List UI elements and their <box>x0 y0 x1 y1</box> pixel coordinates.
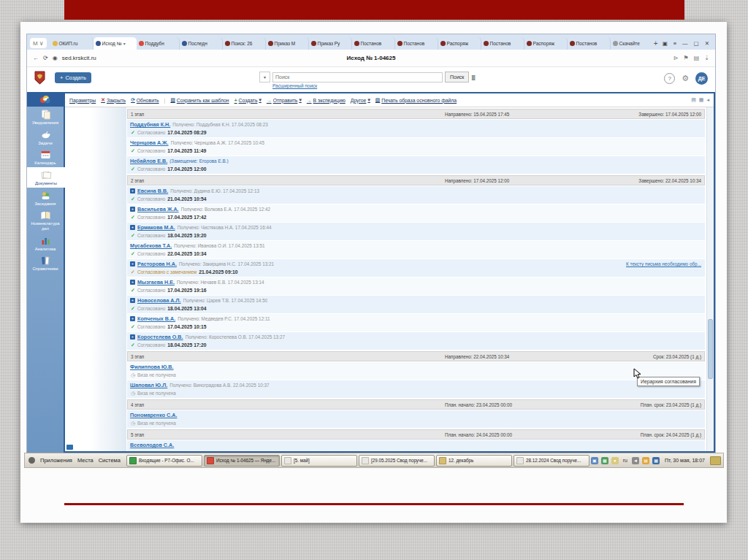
approver-link[interactable]: Филиппова Ю.В. <box>130 364 174 370</box>
sidebar-item-book[interactable]: Номенклатура дел <box>27 207 64 232</box>
browser-tab[interactable]: Скачайте <box>611 37 649 50</box>
approver-link[interactable]: Коростелева О.В. <box>137 334 183 340</box>
sidebar-item-pages[interactable]: Уведомления <box>27 107 64 127</box>
volume-tray-icon[interactable]: ◄ <box>632 457 639 464</box>
reload-icon[interactable]: ⟳ <box>43 55 48 61</box>
browser-tab[interactable]: Постанов <box>352 37 395 50</box>
avatar[interactable]: ДЕ <box>695 72 708 85</box>
search-input[interactable] <box>272 72 443 83</box>
site-shield-icon[interactable]: ◉ <box>53 55 58 61</box>
hierarchy-mini-icon[interactable] <box>66 445 73 450</box>
scrollbar-thumb[interactable] <box>708 319 713 379</box>
sidebar-item-docs[interactable]: Документы <box>27 167 65 188</box>
approver-link[interactable]: Васильева Ж.А. <box>137 206 179 212</box>
taskbar-window-button[interactable]: Входящие - Р7-Офис. О... <box>126 455 202 467</box>
taskbar-window-button[interactable]: [5. май] <box>281 455 357 467</box>
browser-tab[interactable]: Поиск: 26 <box>223 37 266 50</box>
view-grid-icon[interactable]: ▦ <box>699 97 704 103</box>
toolbar-item[interactable]: →В экспедицию <box>307 98 346 103</box>
applications-menu-icon[interactable] <box>28 457 35 464</box>
browser-tab[interactable]: Постанов <box>395 37 438 50</box>
expand-icon[interactable]: + <box>130 188 135 193</box>
create-button[interactable]: + Создать <box>55 72 91 83</box>
screenshot-tray-icon[interactable]: ▣ <box>591 457 598 464</box>
sidebar-item-chart[interactable]: Аналитика <box>27 233 64 253</box>
browser-tab[interactable]: Постанов <box>481 37 524 50</box>
sidebar-item-dove[interactable]: Задачи <box>27 127 64 147</box>
approver-link[interactable]: Чернцова А.Ж. <box>130 139 169 146</box>
approver-link[interactable]: Евсина В.В. <box>137 188 168 194</box>
taskbar-menu-система[interactable]: Система <box>99 457 121 464</box>
gear-icon[interactable]: ⚙ <box>682 74 689 83</box>
toolbar-item[interactable]: ✕Закрыть <box>101 97 126 103</box>
sidebar-item-calendar[interactable]: Календарь <box>27 147 64 167</box>
toolbar-item[interactable]: +Создать▾ <box>234 97 262 103</box>
browser-tab[interactable]: Приказ М <box>266 37 309 50</box>
browser-tab[interactable]: Приказ Ру <box>309 37 352 50</box>
browser-tab[interactable]: Поддубн <box>137 37 180 50</box>
show-desktop-icon[interactable] <box>710 456 721 465</box>
approver-link[interactable]: Всеволодов С.А. <box>130 442 174 448</box>
bookmark-icon[interactable]: ⚑ <box>684 55 689 61</box>
taskbar-window-button[interactable]: 28.12.2024 Свод поруче... <box>514 455 589 467</box>
search-scope-dropdown[interactable]: ▾ <box>259 72 270 83</box>
expand-icon[interactable]: + <box>130 280 135 285</box>
toolbar-item[interactable]: ▤Печать образа основного файла <box>375 97 457 103</box>
browser-profile-chip[interactable]: M ∨ <box>30 38 47 48</box>
maximize-icon[interactable]: ▢ <box>694 40 699 47</box>
toolbar-item[interactable]: →Отправить▾ <box>267 97 302 103</box>
approver-link[interactable]: Мусабекова Т.А. <box>130 242 172 249</box>
network-tray-icon[interactable]: ▦ <box>652 457 660 464</box>
approver-link[interactable]: Новоселова А.Л. <box>137 297 181 304</box>
close-icon[interactable]: ✕ <box>705 40 709 47</box>
approver-link[interactable]: Мызгаева Н.Е. <box>137 279 175 285</box>
expand-icon[interactable]: + <box>130 225 135 230</box>
browser-tab[interactable]: ОКИП.ru <box>50 37 94 50</box>
toolbar-item[interactable]: ⟳Обновить <box>131 97 159 103</box>
approver-link[interactable]: Расторова Н.А. <box>137 261 177 267</box>
protect-icon[interactable]: ⊳ <box>673 55 679 61</box>
browser-tab[interactable]: Распоряж <box>438 37 481 50</box>
expand-icon[interactable]: + <box>130 298 135 303</box>
toolbar-item[interactable]: ▤Сохранить как шаблон <box>170 97 229 103</box>
approver-link[interactable]: Ермакова М.А. <box>137 224 175 231</box>
collections-icon[interactable]: ▤ <box>694 55 700 61</box>
toolbar-item[interactable]: Другое▾ <box>351 97 370 103</box>
approver-link[interactable]: Небайлов Е.В. <box>130 158 167 164</box>
browser-tab[interactable]: Постанов <box>568 37 611 50</box>
help-icon[interactable]: ? <box>664 73 675 84</box>
barcode-scan-icon[interactable]: [|||] <box>471 74 474 80</box>
taskbar-window-button[interactable]: 12. декабрь <box>436 455 512 467</box>
advanced-search-link[interactable]: Расширенный поиск <box>272 83 317 88</box>
taskbar-menu-приложения[interactable]: Приложения <box>40 457 72 464</box>
sidebar-item-meeting[interactable]: Заседания <box>27 188 64 208</box>
download-icon[interactable]: ⇣ <box>704 55 709 61</box>
keyboard-layout-indicator[interactable]: ru <box>622 458 629 463</box>
address-bar[interactable]: Исход № 1-04625 ←⟳◉ sed.krskcit.ru ⊳⚑▤⇣ <box>27 50 715 67</box>
approver-link[interactable]: Шаповал Ю.Л. <box>130 382 167 388</box>
expand-icon[interactable]: + <box>130 261 135 266</box>
clipboard-tray-icon[interactable]: ▤ <box>642 457 649 464</box>
expand-icon[interactable]: + <box>130 207 135 212</box>
tab-panel-icon[interactable]: ▣ <box>663 40 668 47</box>
view-tiles-icon[interactable]: ▤ <box>691 97 696 103</box>
back-icon[interactable]: ← <box>33 55 39 61</box>
taskbar-window-button[interactable]: Исход № 1-04625 — Янде... <box>204 455 280 467</box>
new-tab-button[interactable]: + <box>649 39 663 50</box>
search-button[interactable]: Поиск <box>445 72 469 83</box>
sidebar-item-books[interactable]: Справочники <box>27 253 64 273</box>
collapse-left-icon[interactable]: ◂ <box>706 97 709 103</box>
browser-tab[interactable]: Распоряж <box>524 37 568 50</box>
toolbar-item[interactable]: Параметры <box>69 98 96 103</box>
browser-tab[interactable]: Исход №▾ <box>94 37 137 50</box>
vertical-scrollbar[interactable] <box>706 107 714 451</box>
approver-link[interactable]: Поддубная К.Н. <box>130 121 170 128</box>
approver-link[interactable]: Пономаренко С.А. <box>130 412 177 418</box>
taskbar-menu-места[interactable]: Места <box>77 457 94 464</box>
taskbar-window-button[interactable]: [29.05.2025 Свод поруче... <box>359 455 435 467</box>
approver-link[interactable]: Копченых В.А. <box>137 315 175 322</box>
approval-note-link[interactable]: К тексту письма необходимо обр... <box>626 261 701 266</box>
minimize-icon[interactable]: — <box>682 40 688 47</box>
updates-tray-icon[interactable]: ● <box>611 457 619 464</box>
browser-tab[interactable]: Последн <box>180 37 223 50</box>
